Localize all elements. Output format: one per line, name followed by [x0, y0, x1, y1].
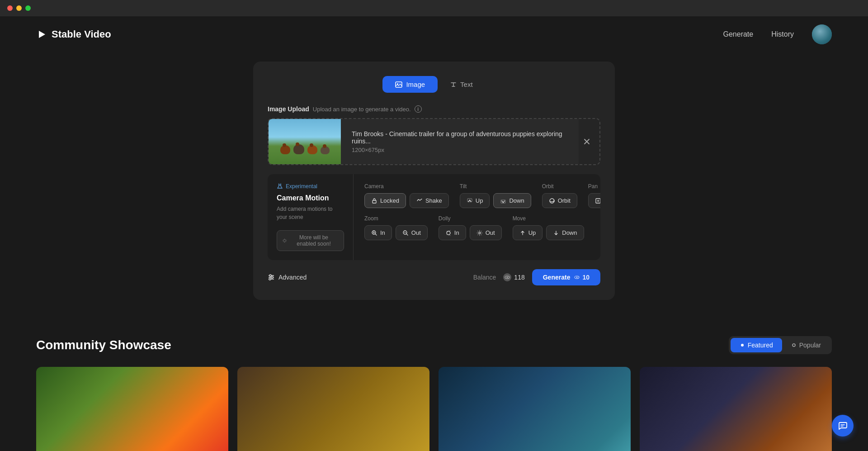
showcase-title: Community Showcase [36, 338, 171, 352]
camera-shake-btn[interactable]: Shake [410, 193, 449, 208]
locked-icon [371, 198, 377, 204]
upload-info: Tim Brooks - Cinematic trailer for a gro… [341, 119, 579, 164]
camera-control-row-1: Camera Locked [364, 183, 600, 208]
dolly-label: Dolly [439, 215, 502, 222]
upload-label: Image Upload Upload an image to generate… [268, 105, 600, 113]
nav-history[interactable]: History [771, 30, 794, 38]
svg-point-17 [271, 276, 273, 278]
star-icon [740, 342, 745, 348]
text-tab-icon [450, 81, 457, 88]
tilt-down-btn[interactable]: Down [493, 193, 531, 208]
flask-icon [277, 183, 283, 190]
dolly-in-icon [445, 230, 452, 236]
balance-amount: 118 [503, 273, 524, 281]
showcase-section: Community Showcase Featured Popular [0, 318, 868, 451]
dolly-group: Dolly In [439, 215, 502, 240]
pan-btn[interactable]: Pan [588, 193, 600, 208]
showcase-tab-popular[interactable]: Popular [782, 338, 830, 352]
upload-box[interactable]: Tim Brooks - Cinematic trailer for a gro… [268, 118, 600, 165]
showcase-tab-featured[interactable]: Featured [731, 338, 782, 352]
svg-point-20 [507, 277, 508, 278]
zoom-out-btn[interactable]: Out [396, 225, 428, 240]
svg-point-22 [576, 277, 578, 278]
video-card-3[interactable] [439, 367, 631, 451]
zoom-label: Zoom [364, 215, 428, 222]
dolly-in-btn[interactable]: In [439, 225, 466, 240]
move-btns: Up Down [513, 225, 584, 240]
move-group: Move Up [513, 215, 584, 240]
video-card-4[interactable] [640, 367, 832, 451]
camera-title: Camera Motion [277, 194, 344, 202]
balance-coin-icon [503, 273, 511, 281]
file-dims: 1200×675px [352, 147, 568, 153]
move-down-btn[interactable]: Down [546, 225, 584, 240]
pan-group: Pan Pan [588, 183, 600, 208]
dolly-out-btn[interactable]: Out [470, 225, 502, 240]
orbit-group: Orbit Orbit [542, 183, 577, 208]
maximize-window-btn[interactable] [25, 5, 31, 11]
zoom-out-icon [402, 230, 409, 236]
svg-point-18 [269, 278, 271, 280]
video-card-2[interactable] [237, 367, 429, 451]
tab-text[interactable]: Text [438, 76, 486, 93]
orbit-btn[interactable]: Orbit [542, 193, 577, 208]
chat-bubble-btn[interactable] [832, 415, 854, 437]
tilt-up-icon [467, 198, 473, 204]
minimize-window-btn[interactable] [16, 5, 22, 11]
zoom-in-btn[interactable]: In [364, 225, 392, 240]
chat-icon [838, 421, 848, 431]
popular-icon [791, 342, 797, 348]
video-grid [36, 367, 832, 451]
camera-locked-btn[interactable]: Locked [364, 193, 406, 208]
eye-balance-icon [504, 274, 510, 280]
tilt-down-icon [500, 198, 506, 204]
pan-icon [595, 198, 600, 204]
nav-generate[interactable]: Generate [723, 30, 754, 38]
logo-icon [36, 29, 47, 40]
tilt-group: Tilt Up [460, 183, 531, 208]
svg-point-12 [479, 232, 481, 234]
video-thumbnail-3 [439, 367, 631, 451]
tab-image[interactable]: Image [382, 76, 438, 93]
generate-btn[interactable]: Generate 10 [532, 269, 600, 285]
video-card-1[interactable] [36, 367, 228, 451]
generate-cost: 10 [574, 274, 590, 281]
avatar[interactable] [812, 24, 832, 44]
close-icon [583, 138, 590, 145]
pan-label: Pan [588, 183, 600, 190]
generator-card: Image Text Image Upload Upload an image … [253, 62, 615, 300]
video-thumbnail-1 [36, 367, 228, 451]
move-up-icon [519, 230, 526, 236]
advanced-btn[interactable]: Advanced [268, 270, 307, 285]
close-window-btn[interactable] [7, 5, 13, 11]
tilt-up-btn[interactable]: Up [460, 193, 490, 208]
camera-motion-section: Experimental Camera Motion Add camera mo… [268, 174, 600, 260]
camera-sidebar: Experimental Camera Motion Add camera mo… [268, 174, 354, 260]
move-down-icon [553, 230, 559, 236]
pan-btns: Pan [588, 193, 600, 208]
dolly-btns: In Out [439, 225, 502, 240]
header: Stable Video Generate History [0, 16, 868, 52]
logo[interactable]: Stable Video [36, 28, 111, 40]
orbit-btns: Orbit [542, 193, 577, 208]
more-soon-btn[interactable]: More will be enabled soon! [277, 230, 344, 251]
orbit-icon [549, 198, 555, 204]
generator-bottom-bar: Advanced Balance 118 Generate [268, 269, 600, 285]
camera-controls: Camera Locked [354, 174, 600, 260]
experimental-badge: Experimental [277, 183, 344, 190]
move-up-btn[interactable]: Up [513, 225, 543, 240]
sliders-icon [268, 274, 275, 281]
svg-point-24 [793, 344, 795, 347]
remove-image-btn[interactable] [579, 119, 599, 164]
showcase-tabs: Featured Popular [729, 336, 832, 354]
shake-icon [416, 198, 423, 204]
info-icon[interactable]: i [415, 105, 422, 113]
svg-marker-0 [39, 31, 45, 38]
video-thumbnail-4 [640, 367, 832, 451]
tab-switcher: Image Text [268, 76, 600, 93]
camera-label: Camera [364, 183, 449, 190]
showcase-header: Community Showcase Featured Popular [36, 336, 832, 354]
camera-btns: Locked Shake [364, 193, 449, 208]
balance-section: Balance 118 Generate [473, 269, 600, 285]
main-content: Image Text Image Upload Upload an image … [0, 52, 868, 318]
